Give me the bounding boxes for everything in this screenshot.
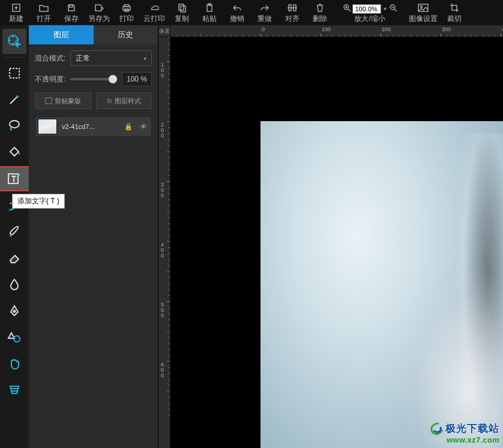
chevron-down-icon: ▾ — [143, 55, 146, 62]
opacity-label: 不透明度: — [35, 74, 65, 85]
svg-line-15 — [348, 9, 351, 11]
save-as-button[interactable]: 另存为 — [85, 1, 113, 24]
image-settings-label: 图像设置 — [409, 14, 438, 24]
new-label: 新建 — [9, 14, 23, 24]
smudge-tool[interactable] — [2, 272, 26, 297]
layer-name: v2-41cd7... — [62, 123, 119, 130]
layer-item[interactable]: v2-41cd7... 🔒 👁 — [35, 116, 152, 137]
layer-style-button[interactable]: fx 图层样式 — [96, 92, 152, 109]
new-button[interactable]: 新建 — [2, 1, 30, 24]
perspective-tool[interactable] — [2, 377, 26, 402]
ruler-corner: 像素 — [158, 25, 170, 37]
image-content — [261, 121, 503, 448]
zoom-in-icon[interactable] — [343, 4, 351, 14]
tool-strip — [0, 25, 29, 448]
crop-button[interactable]: 裁切 — [441, 1, 468, 24]
watermark: 极光下载站 www.xz7.com — [430, 422, 499, 444]
svg-rect-3 — [70, 5, 73, 7]
svg-rect-29 — [46, 98, 52, 104]
watermark-logo-icon — [430, 423, 444, 435]
move-tool[interactable] — [2, 29, 26, 54]
shape-tool[interactable] — [2, 324, 26, 350]
add-text-tool[interactable] — [0, 166, 32, 191]
panel-tabs: 图层 历史 — [29, 25, 158, 44]
svg-rect-8 — [181, 6, 185, 12]
horizontal-ruler: 0100200300400500 — [170, 25, 503, 37]
undo-label: 撤销 — [230, 14, 244, 24]
paint-bucket-tool[interactable] — [2, 140, 26, 165]
canvas[interactable]: 极光下载站 www.xz7.com — [170, 37, 503, 448]
opacity-slider-thumb[interactable] — [109, 75, 117, 83]
vertical-ruler: 100200300400500600 — [158, 37, 170, 448]
blend-mode-label: 混合模式: — [35, 53, 65, 64]
svg-rect-24 — [10, 68, 19, 78]
paste-button[interactable]: 粘贴 — [196, 1, 223, 24]
pen-tool[interactable] — [2, 298, 26, 323]
svg-rect-7 — [179, 4, 184, 10]
hand-tool[interactable] — [2, 351, 26, 376]
image-settings-button[interactable]: 图像设置 — [406, 1, 441, 24]
brush-tool[interactable] — [2, 219, 26, 244]
align-button[interactable]: 对齐 — [279, 1, 306, 24]
lasso-tool[interactable] — [2, 113, 26, 139]
svg-point-22 — [421, 6, 423, 8]
svg-rect-5 — [124, 5, 129, 7]
blend-mode-select[interactable]: 正常 ▾ — [70, 50, 152, 66]
svg-line-19 — [394, 9, 397, 11]
open-label: 打开 — [37, 14, 51, 24]
zoom-out-icon[interactable] — [389, 4, 397, 14]
copy-button[interactable]: 复制 — [168, 1, 196, 24]
zoom-dropdown-icon[interactable]: ▾ — [382, 5, 388, 12]
saveas-label: 另存为 — [88, 14, 110, 24]
eraser-tool[interactable] — [2, 245, 26, 270]
blend-mode-value: 正常 — [76, 53, 90, 64]
canvas-area: 像素 0100200300400500 100200300400500600 极… — [158, 25, 503, 448]
clip-mask-button[interactable]: 剪贴蒙版 — [35, 92, 91, 109]
tab-history[interactable]: 历史 — [94, 25, 158, 44]
print-button[interactable]: 打印 — [113, 1, 140, 24]
paste-label: 粘贴 — [202, 14, 217, 24]
separator — [4, 57, 25, 58]
layer-thumbnail — [38, 119, 57, 134]
svg-rect-4 — [123, 7, 130, 10]
crop-label: 裁切 — [447, 14, 462, 24]
panel-body: 混合模式: 正常 ▾ 不透明度: 100 % 剪贴蒙版 fx 图层样式 — [29, 44, 158, 143]
align-label: 对齐 — [285, 14, 300, 24]
opacity-value[interactable]: 100 % — [122, 72, 152, 86]
magic-wand-tool[interactable] — [2, 87, 26, 112]
lock-icon[interactable]: 🔒 — [124, 123, 133, 131]
redo-label: 重做 — [258, 14, 272, 24]
zoom-label: 放大/缩小 — [354, 14, 385, 24]
visibility-icon[interactable]: 👁 — [140, 122, 148, 131]
undo-button[interactable]: 撤销 — [223, 1, 251, 24]
tab-layer[interactable]: 图层 — [29, 25, 94, 44]
open-button[interactable]: 打开 — [30, 1, 58, 24]
cloud-print-button[interactable]: 云打印 — [140, 1, 168, 24]
delete-button[interactable]: 删除 — [306, 1, 334, 24]
copy-label: 复制 — [175, 14, 189, 24]
zoom-input[interactable]: 100.0% — [352, 4, 381, 14]
svg-point-25 — [10, 121, 19, 128]
save-button[interactable]: 保存 — [58, 1, 85, 24]
layers-panel: 图层 历史 混合模式: 正常 ▾ 不透明度: 100 % 剪贴蒙版 fx 图层样 — [29, 25, 158, 448]
redo-button[interactable]: 重做 — [251, 1, 279, 24]
print-label: 打印 — [119, 14, 134, 24]
cloud-print-label: 云打印 — [143, 14, 165, 24]
opacity-slider[interactable] — [70, 78, 117, 80]
zoom-group: 100.0% ▾ 放大/缩小 — [334, 4, 406, 24]
save-label: 保存 — [64, 14, 79, 24]
marquee-tool[interactable] — [2, 61, 26, 86]
top-toolbar: 新建 打开 保存 另存为 打印 云打印 复制 粘贴 撤销 重做 对齐 — [0, 0, 503, 25]
delete-label: 删除 — [313, 14, 327, 24]
tooltip-add-text: 添加文字( T ) — [12, 194, 65, 209]
svg-point-27 — [14, 311, 16, 312]
